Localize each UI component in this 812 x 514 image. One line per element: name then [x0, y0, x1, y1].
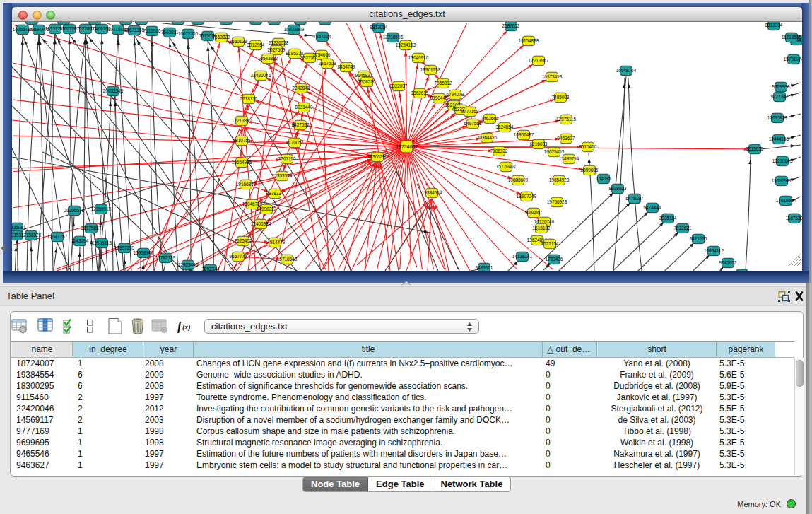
svg-text:11218506: 11218506 [782, 35, 801, 40]
svg-text:19166852: 19166852 [236, 182, 257, 187]
svg-text:16782759: 16782759 [155, 255, 176, 260]
svg-text:9463621: 9463621 [476, 265, 493, 270]
svg-text:1167533: 1167533 [786, 216, 802, 221]
svg-text:12975115: 12975115 [556, 117, 576, 122]
svg-text:8813054: 8813054 [370, 25, 388, 30]
svg-text:1143194: 1143194 [71, 238, 89, 243]
svg-text:8435081: 8435081 [12, 225, 26, 230]
svg-text:8322037: 8322037 [390, 83, 408, 88]
svg-text:9227342: 9227342 [771, 94, 789, 99]
svg-text:7663811: 7663811 [161, 30, 179, 35]
svg-text:6899695: 6899695 [581, 168, 599, 173]
svg-text:9474444: 9474444 [644, 205, 661, 210]
svg-text:8454749: 8454749 [338, 64, 355, 69]
svg-text:18907249: 18907249 [517, 194, 537, 199]
svg-text:17016504: 17016504 [776, 198, 796, 203]
svg-text:12400934: 12400934 [251, 221, 271, 226]
svg-text:8878334: 8878334 [266, 191, 284, 196]
svg-text:7462662: 7462662 [481, 116, 499, 121]
svg-text:3215955: 3215955 [746, 146, 764, 151]
svg-text:9245652: 9245652 [719, 260, 737, 265]
svg-text:10671355: 10671355 [178, 31, 199, 36]
svg-text:12213967: 12213967 [529, 58, 549, 63]
svg-text:10154838: 10154838 [519, 38, 539, 43]
svg-text:10807487: 10807487 [514, 132, 534, 137]
svg-text:12923446: 12923446 [178, 262, 199, 267]
svg-text:7515526: 7515526 [143, 28, 161, 33]
svg-text:12213382: 12213382 [232, 118, 252, 123]
svg-text:9777169: 9777169 [461, 109, 479, 114]
svg-text:7485003: 7485003 [552, 95, 570, 100]
svg-text:10973493: 10973493 [542, 74, 563, 79]
svg-text:18300295: 18300295 [367, 154, 388, 159]
svg-text:1362615: 1362615 [411, 90, 429, 95]
svg-text:7986322: 7986322 [490, 148, 508, 153]
svg-text:1733426: 1733426 [546, 257, 563, 262]
svg-text:23420046: 23420046 [251, 73, 271, 78]
svg-text:20364436: 20364436 [477, 135, 498, 140]
svg-text:3267110: 3267110 [278, 156, 296, 161]
svg-text:19384554: 19384554 [422, 190, 442, 195]
svg-text:2935114: 2935114 [659, 216, 677, 221]
svg-text:12156829: 12156829 [21, 233, 42, 238]
svg-text:9329906: 9329906 [772, 84, 790, 89]
svg-text:16648764: 16648764 [616, 68, 637, 73]
svg-text:2718170: 2718170 [240, 96, 258, 101]
svg-text:14914479: 14914479 [265, 240, 286, 245]
svg-text:9115460: 9115460 [579, 144, 597, 149]
svg-text:15751074: 15751074 [784, 57, 802, 62]
svg-text:20206576: 20206576 [64, 208, 85, 213]
svg-text:3624554: 3624554 [496, 124, 514, 129]
svg-text:6479197: 6479197 [626, 196, 644, 201]
svg-text:1810755: 1810755 [233, 138, 251, 143]
svg-text:15716648: 15716648 [277, 257, 298, 262]
svg-text:9657771: 9657771 [230, 254, 247, 259]
svg-text:15720407: 15720407 [496, 164, 517, 169]
svg-text:13640910: 13640910 [408, 55, 429, 60]
svg-text:12342757: 12342757 [47, 234, 68, 239]
svg-text:8938923: 8938923 [609, 186, 627, 191]
svg-text:2754616: 2754616 [313, 52, 331, 57]
svg-text:12444155: 12444155 [769, 136, 789, 141]
svg-text:10046788: 10046788 [242, 201, 263, 206]
svg-text:10958147: 10958147 [134, 250, 154, 255]
svg-text:12218506: 12218506 [383, 35, 404, 40]
svg-text:16961758: 16961758 [420, 67, 441, 72]
svg-text:18724007: 18724007 [396, 144, 418, 149]
svg-text:20053346: 20053346 [103, 88, 124, 93]
svg-text:12093872: 12093872 [767, 115, 788, 120]
svg-text:14998222: 14998222 [257, 206, 277, 211]
svg-text:3660123: 3660123 [230, 39, 247, 44]
svg-text:12353594: 12353594 [272, 173, 293, 178]
svg-text:2367608: 2367608 [319, 61, 336, 66]
svg-text:8031440: 8031440 [295, 105, 313, 110]
svg-text:13495794: 13495794 [559, 156, 579, 161]
svg-text:6794078: 6794078 [447, 92, 464, 97]
svg-text:1558520: 1558520 [358, 79, 376, 84]
svg-text:6216033: 6216033 [530, 141, 548, 146]
svg-text:22975887: 22975887 [81, 226, 102, 230]
svg-text:19654985: 19654985 [232, 160, 252, 165]
svg-text:16033809: 16033809 [284, 27, 305, 32]
svg-text:19654923: 19654923 [549, 177, 570, 182]
svg-text:3912954: 3912954 [247, 42, 265, 47]
svg-text:164095: 164095 [596, 176, 611, 181]
svg-text:1615132: 1615132 [533, 226, 551, 230]
svg-text:12359918: 12359918 [91, 206, 112, 211]
svg-text:23226058: 23226058 [269, 40, 289, 45]
svg-text:7625402: 7625402 [235, 238, 252, 243]
svg-text:1292344: 1292344 [202, 267, 220, 271]
svg-text:7955812: 7955812 [435, 81, 452, 86]
svg-text:8427552: 8427552 [292, 122, 310, 127]
svg-text:2522154: 2522154 [541, 241, 559, 246]
svg-text:2027509: 2027509 [268, 47, 286, 52]
svg-text:10688609: 10688609 [508, 177, 529, 182]
svg-text:9463627: 9463627 [558, 136, 575, 141]
svg-text:2242848: 2242848 [293, 86, 310, 90]
svg-text:13254193: 13254193 [396, 42, 416, 47]
svg-text:8471626: 8471626 [690, 236, 707, 241]
svg-text:9084067: 9084067 [525, 210, 543, 215]
svg-text:7357224: 7357224 [314, 34, 331, 39]
svg-text:15692971: 15692971 [772, 178, 792, 183]
svg-text:19756928: 19756928 [547, 199, 567, 204]
